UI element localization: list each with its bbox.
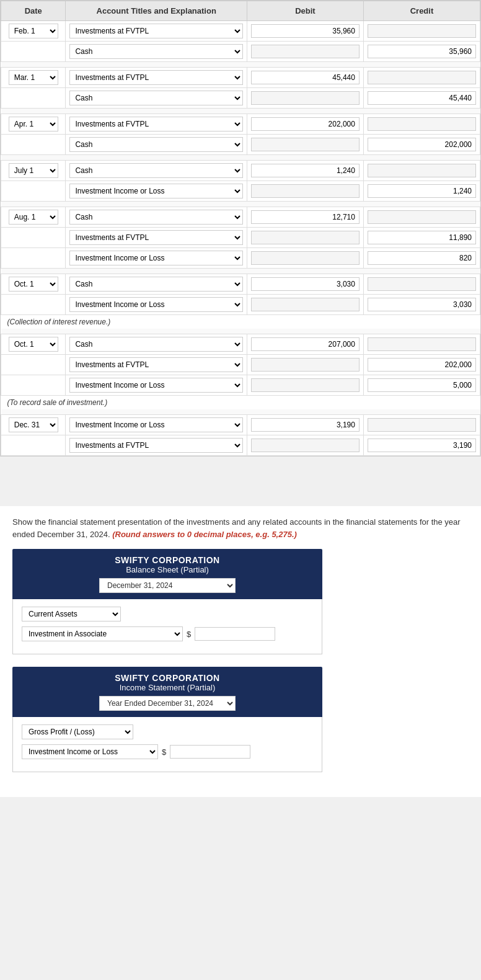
credit-input[interactable]	[368, 418, 476, 432]
date-select[interactable]: Feb. 1	[9, 24, 58, 38]
account-select[interactable]: Cash	[69, 91, 242, 105]
account-select[interactable]: Investments at FVTPL	[69, 230, 242, 245]
account-select[interactable]: Cash	[69, 210, 242, 225]
debit-input[interactable]	[251, 439, 360, 452]
date-cell: Apr. 1	[1, 114, 66, 135]
instruction-text: Show the financial statement presentatio…	[12, 516, 469, 540]
date-select[interactable]: Aug. 1	[9, 210, 58, 225]
credit-input[interactable]	[368, 337, 476, 351]
date-select[interactable]: July 1	[9, 163, 58, 178]
col-date: Date	[1, 1, 66, 21]
col-account: Account Titles and Explanation	[66, 1, 247, 21]
debit-input[interactable]	[251, 210, 360, 224]
bs-amount-input[interactable]	[195, 627, 275, 641]
table-row: Dec. 31Investment Income or Loss	[1, 415, 480, 435]
is-corp-name: SWIFTY CORPORATION	[22, 673, 312, 683]
col-debit: Debit	[247, 1, 363, 21]
bs-account-select[interactable]: Investment in Associate Investments at F…	[22, 626, 183, 641]
bs-category-select[interactable]: Current Assets Non-Current Assets	[22, 607, 121, 621]
spacer-row	[1, 409, 480, 415]
date-select[interactable]: Mar. 1	[9, 70, 58, 85]
spacer-row	[1, 155, 480, 161]
credit-input[interactable]	[368, 277, 476, 291]
credit-input[interactable]	[368, 138, 476, 151]
table-row: Investments at FVTPL	[1, 355, 480, 375]
credit-input[interactable]	[368, 91, 476, 105]
account-select[interactable]: Investments at FVTPL	[69, 70, 242, 85]
bs-dollar-sign: $	[187, 630, 191, 639]
credit-input[interactable]	[368, 164, 476, 177]
is-category-select[interactable]: Gross Profit / (Loss) Net Income / (Loss…	[22, 724, 133, 739]
note-text: (To record sale of investment.)	[1, 396, 480, 410]
table-row: July 1Cash	[1, 161, 480, 181]
debit-input[interactable]	[251, 164, 360, 177]
account-select[interactable]: Investment Income or Loss	[69, 184, 242, 198]
table-row: Oct. 1Cash	[1, 334, 480, 355]
debit-input[interactable]	[251, 117, 360, 131]
credit-input[interactable]	[368, 251, 476, 265]
is-amount-input[interactable]	[170, 745, 250, 759]
date-select[interactable]: Dec. 31	[9, 417, 58, 432]
account-select[interactable]: Cash	[69, 137, 242, 152]
debit-input[interactable]	[251, 184, 360, 198]
account-select[interactable]: Cash	[69, 44, 242, 59]
account-select[interactable]: Investment Income or Loss	[69, 378, 242, 393]
debit-input[interactable]	[251, 45, 360, 58]
date-select[interactable]: Apr. 1	[9, 117, 58, 131]
date-select[interactable]: Oct. 1	[9, 277, 58, 292]
debit-input[interactable]	[251, 231, 360, 244]
credit-input[interactable]	[368, 231, 476, 244]
credit-input[interactable]	[368, 184, 476, 198]
account-select[interactable]: Cash	[69, 277, 242, 292]
table-row: Apr. 1Investments at FVTPL	[1, 114, 480, 135]
debit-input[interactable]	[251, 378, 360, 392]
journal-table: Date Account Titles and Explanation Debi…	[1, 1, 480, 456]
is-account-row: Investment Income or Loss Cash Investmen…	[22, 744, 313, 759]
account-select[interactable]: Cash	[69, 337, 242, 352]
date-cell: Feb. 1	[1, 21, 66, 42]
table-row: Cash	[1, 42, 480, 62]
spacer-row	[1, 329, 480, 334]
debit-input[interactable]	[251, 138, 360, 151]
bs-period-select[interactable]: December 31, 2024	[99, 578, 236, 593]
spacer-row	[1, 62, 480, 68]
spacer-row	[1, 109, 480, 114]
debit-input[interactable]	[251, 91, 360, 105]
table-row: Cash	[1, 88, 480, 109]
table-row: Aug. 1Cash	[1, 207, 480, 228]
credit-input[interactable]	[368, 298, 476, 311]
debit-input[interactable]	[251, 337, 360, 351]
account-select[interactable]: Investments at FVTPL	[69, 24, 242, 38]
is-account-select[interactable]: Investment Income or Loss Cash Investmen…	[22, 744, 158, 759]
credit-input[interactable]	[368, 378, 476, 392]
credit-input[interactable]	[368, 117, 476, 131]
account-select[interactable]: Investment Income or Loss	[69, 297, 242, 312]
col-credit: Credit	[363, 1, 480, 21]
debit-input[interactable]	[251, 298, 360, 311]
credit-input[interactable]	[368, 24, 476, 38]
date-cell: Aug. 1	[1, 207, 66, 228]
date-select[interactable]: Oct. 1	[9, 337, 58, 352]
credit-input[interactable]	[368, 358, 476, 372]
debit-input[interactable]	[251, 418, 360, 432]
credit-input[interactable]	[368, 71, 476, 84]
debit-input[interactable]	[251, 358, 360, 372]
bs-statement-type: Balance Sheet (Partial)	[22, 565, 312, 574]
section-gap	[0, 457, 481, 506]
credit-input[interactable]	[368, 45, 476, 58]
debit-input[interactable]	[251, 251, 360, 265]
account-select[interactable]: Investments at FVTPL	[69, 357, 242, 372]
note-row: (Collection of interest revenue.)	[1, 315, 480, 329]
account-select[interactable]: Investment Income or Loss	[69, 251, 242, 265]
account-select[interactable]: Cash	[69, 163, 242, 178]
account-select[interactable]: Investments at FVTPL	[69, 438, 242, 453]
debit-input[interactable]	[251, 24, 360, 38]
table-row: Feb. 1Investments at FVTPL	[1, 21, 480, 42]
debit-input[interactable]	[251, 277, 360, 291]
account-select[interactable]: Investment Income or Loss	[69, 417, 242, 432]
is-period-select[interactable]: Year Ended December 31, 2024	[99, 696, 236, 711]
credit-input[interactable]	[368, 439, 476, 452]
account-select[interactable]: Investments at FVTPL	[69, 117, 242, 131]
debit-input[interactable]	[251, 71, 360, 84]
credit-input[interactable]	[368, 210, 476, 224]
